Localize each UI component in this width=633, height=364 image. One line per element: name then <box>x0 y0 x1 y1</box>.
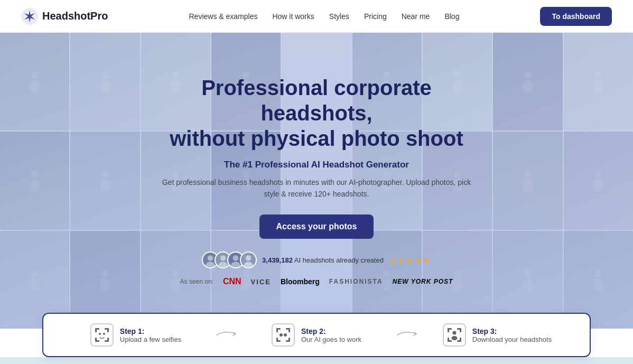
svg-rect-75 <box>288 328 290 332</box>
access-photos-button[interactable]: Access your photos <box>259 214 374 239</box>
svg-rect-67 <box>95 338 97 342</box>
step-2-text: Step 2: Our AI goes to work <box>301 327 361 343</box>
logo-text: HeadshotPro <box>42 10 108 22</box>
svg-point-81 <box>284 333 287 337</box>
svg-point-91 <box>451 336 457 340</box>
social-proof: 3,439,182 AI headshots already created ★… <box>158 251 475 268</box>
svg-rect-63 <box>95 328 97 332</box>
svg-point-80 <box>280 333 283 337</box>
hero-title: Professional corporate headshots, withou… <box>158 75 475 151</box>
step-1-icon-box <box>90 323 114 347</box>
svg-point-71 <box>103 333 105 335</box>
svg-rect-85 <box>460 328 461 332</box>
nav-styles[interactable]: Styles <box>329 12 349 21</box>
step-2-desc: Our AI goes to work <box>301 335 361 343</box>
header: HeadshotPro Reviews & examples How it wo… <box>0 0 633 33</box>
svg-point-57 <box>233 256 239 262</box>
steps-bar: Step 1: Upload a few selfies Ste <box>42 313 591 357</box>
download-headshot-icon <box>447 328 462 342</box>
svg-point-54 <box>220 256 226 262</box>
step-3-desc: Download your headshots <box>472 335 552 343</box>
svg-rect-89 <box>460 338 461 342</box>
svg-rect-77 <box>276 338 278 342</box>
main-nav: Reviews & examples How it works Styles P… <box>189 12 460 21</box>
logo-icon <box>21 8 38 25</box>
ai-work-icon <box>276 328 291 342</box>
svg-rect-79 <box>288 338 290 342</box>
step-1-title: Step 1: <box>120 327 181 335</box>
svg-rect-83 <box>448 328 449 332</box>
svg-point-51 <box>208 256 213 262</box>
nav-pricing[interactable]: Pricing <box>364 12 387 21</box>
press-nyp: NEW YORK POST <box>393 278 453 285</box>
star-rating: ★★★★★ <box>389 255 431 265</box>
step-1-text: Step 1: Upload a few selfies <box>120 327 181 343</box>
dashboard-button[interactable]: To dashboard <box>540 7 612 26</box>
face-scan-icon <box>95 328 109 342</box>
nav-reviews[interactable]: Reviews & examples <box>189 12 258 21</box>
hero-section: Professional corporate headshots, withou… <box>0 33 633 329</box>
step-2-icon-box <box>272 323 295 347</box>
step-1-desc: Upload a few selfies <box>120 335 181 343</box>
svg-rect-65 <box>107 328 109 332</box>
hero-description: Get professional business headshots in m… <box>158 176 475 200</box>
press-fashionista: FASHIONISTA <box>329 278 383 285</box>
hero-content: Professional corporate headshots, withou… <box>147 75 486 287</box>
svg-rect-73 <box>276 328 278 332</box>
svg-rect-69 <box>107 338 109 342</box>
press-logos: As seen on: CNN VICE Bloomberg FASHIONIS… <box>158 277 475 286</box>
svg-point-90 <box>452 331 456 335</box>
svg-point-60 <box>246 256 252 262</box>
logo[interactable]: HeadshotPro <box>21 8 108 25</box>
hero-subtitle: The #1 Professional AI Headshot Generato… <box>158 160 475 170</box>
step-3-title: Step 3: <box>472 327 552 335</box>
avatar <box>240 251 257 268</box>
nav-how-it-works[interactable]: How it works <box>272 12 314 21</box>
step-3: Step 3: Download your headshots <box>426 323 569 347</box>
proof-count: 3,439,182 AI headshots already created <box>262 256 384 264</box>
step-3-text: Step 3: Download your headshots <box>472 327 552 343</box>
nav-near-me[interactable]: Near me <box>402 12 430 21</box>
press-bloomberg: Bloomberg <box>281 277 320 286</box>
step-2: Step 2: Our AI goes to work <box>245 323 388 347</box>
step-3-icon-box <box>443 323 466 347</box>
nav-blog[interactable]: Blog <box>444 12 459 21</box>
svg-point-70 <box>99 333 101 335</box>
step-1: Step 1: Upload a few selfies <box>64 323 207 347</box>
press-label: As seen on: <box>180 278 213 285</box>
step-arrow-2 <box>396 328 417 342</box>
bottom-area <box>0 357 633 364</box>
avatar-group <box>202 251 257 268</box>
press-cnn: CNN <box>223 277 241 286</box>
step-2-title: Step 2: <box>301 327 361 335</box>
press-vice: VICE <box>251 278 271 286</box>
step-arrow-1 <box>216 328 237 342</box>
svg-rect-87 <box>448 338 449 342</box>
